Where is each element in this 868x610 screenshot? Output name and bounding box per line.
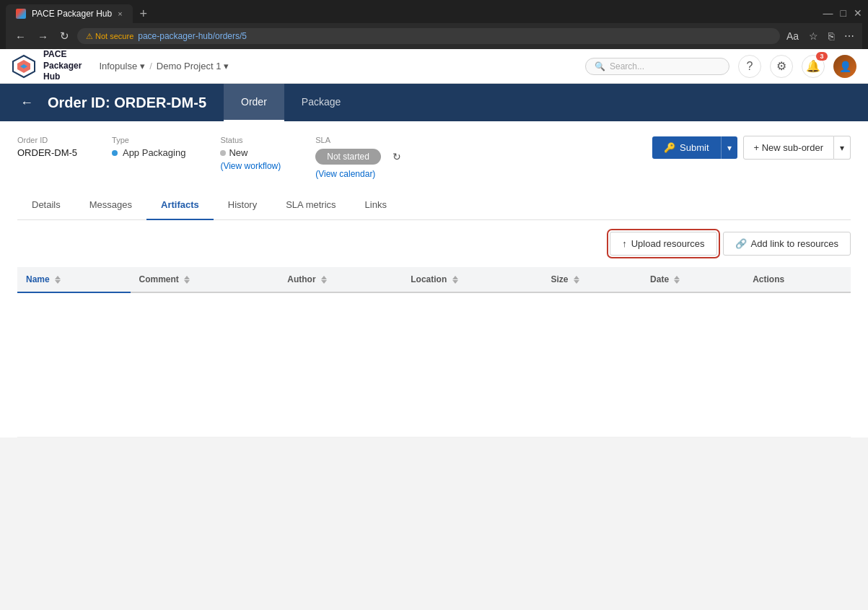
tab-sla-metrics[interactable]: SLA metrics xyxy=(271,191,350,220)
tab-details[interactable]: Details xyxy=(17,191,75,220)
breadcrumb: Infopulse ▾ / Demo Project 1 ▾ xyxy=(99,61,229,71)
col-name[interactable]: Name xyxy=(17,267,131,292)
view-workflow-link[interactable]: (View workflow) xyxy=(220,161,281,171)
tab-artifacts[interactable]: Artifacts xyxy=(146,191,214,220)
status-label: Status xyxy=(220,136,281,144)
read-mode-icon[interactable]: Aa xyxy=(784,28,801,44)
address-bar[interactable]: ⚠ Not secure pace-packager-hub/orders/5 xyxy=(77,28,780,44)
collections-icon[interactable]: ⎘ xyxy=(826,28,836,44)
col-location[interactable]: Location xyxy=(402,267,542,292)
meta-type: Type App Packaging xyxy=(112,136,185,158)
page-tabs: Order Package xyxy=(224,84,358,121)
window-minimize[interactable]: — xyxy=(823,7,833,19)
col-size[interactable]: Size xyxy=(542,267,641,292)
search-placeholder: Search... xyxy=(610,61,644,71)
user-avatar[interactable]: 👤 xyxy=(833,55,856,78)
new-suborder-dropdown-btn[interactable]: ▾ xyxy=(834,136,851,160)
link-icon: 🔗 xyxy=(735,238,747,249)
col-comment[interactable]: Comment xyxy=(131,267,279,292)
order-id-value: ORDER-DM-5 xyxy=(17,147,77,158)
tab-messages[interactable]: Messages xyxy=(75,191,146,220)
sla-label: SLA xyxy=(315,136,401,144)
table-header: Name Comment Author xyxy=(17,267,851,292)
logo-line1: PACE xyxy=(43,49,82,61)
meta-order-id: Order ID ORDER-DM-5 xyxy=(17,136,77,158)
empty-state-cell xyxy=(17,292,851,437)
nav-refresh-btn[interactable]: ↻ xyxy=(56,27,73,45)
upload-resources-button[interactable]: ↑ Upload resources xyxy=(610,232,716,256)
breadcrumb-separator: / xyxy=(149,61,152,71)
sort-icon-comment xyxy=(184,276,190,284)
window-close[interactable]: ✕ xyxy=(854,7,862,19)
active-tab[interactable]: PACE Packager Hub × xyxy=(6,4,133,23)
submit-dropdown-btn[interactable]: ▾ xyxy=(721,136,737,159)
sort-icon-name xyxy=(55,276,61,284)
tab-favicon xyxy=(16,9,26,19)
sort-icon-size xyxy=(574,276,579,284)
col-date[interactable]: Date xyxy=(641,267,744,292)
breadcrumb-project[interactable]: Demo Project 1 ▾ xyxy=(157,61,229,71)
sort-icon-location xyxy=(452,276,458,284)
tab-label: PACE Packager Hub xyxy=(32,9,112,19)
tab-close-btn[interactable]: × xyxy=(118,9,122,18)
app-logo: PACE Packager Hub xyxy=(12,49,82,83)
submit-key-icon: 🔑 xyxy=(664,142,675,153)
logo-line3: Hub xyxy=(43,71,82,83)
submit-group: 🔑 Submit ▾ xyxy=(652,136,737,159)
type-dot xyxy=(112,150,118,156)
status-value: New xyxy=(220,147,281,158)
page-tab-order[interactable]: Order xyxy=(224,84,284,121)
browser-menu-icon[interactable]: ⋯ xyxy=(842,28,856,44)
table-body xyxy=(17,292,851,437)
help-btn[interactable]: ? xyxy=(738,55,761,78)
sort-up-arrow xyxy=(55,276,61,279)
meta-status: Status New (View workflow) xyxy=(220,136,281,171)
header-right: 🔍 Search... ? ⚙ 🔔 3 👤 xyxy=(585,55,856,78)
nav-back-btn[interactable]: ← xyxy=(12,28,30,45)
help-icon: ? xyxy=(747,60,753,73)
table-header-row: Name Comment Author xyxy=(17,267,851,292)
content-tabs: Details Messages Artifacts History SLA m… xyxy=(17,191,851,220)
tab-links[interactable]: Links xyxy=(351,191,401,220)
notification-badge: 3 xyxy=(816,52,828,61)
submit-button[interactable]: 🔑 Submit xyxy=(652,136,720,159)
browser-tabs: PACE Packager Hub × + — □ ✕ xyxy=(6,4,862,23)
settings-btn[interactable]: ⚙ xyxy=(770,55,793,78)
content-area: Order ID ORDER-DM-5 Type App Packaging S… xyxy=(0,121,868,437)
logo-icon xyxy=(12,54,36,79)
status-dot xyxy=(220,150,226,156)
logo-text: PACE Packager Hub xyxy=(43,49,82,83)
gear-icon: ⚙ xyxy=(776,59,786,73)
sla-status-badge: Not started xyxy=(315,149,381,165)
link-btn-label: Add link to resources xyxy=(751,238,838,249)
sla-refresh-icon[interactable]: ↻ xyxy=(393,151,401,162)
type-label: Type xyxy=(112,136,185,144)
page-tab-package[interactable]: Package xyxy=(284,84,358,121)
url-prefix: pace-packager-hub xyxy=(138,31,212,41)
logo-line2: Packager xyxy=(43,61,82,72)
order-id-label: Order ID xyxy=(17,136,77,144)
browser-toolbar: ← → ↻ ⚠ Not secure pace-packager-hub/ord… xyxy=(6,23,862,49)
search-icon: 🔍 xyxy=(595,61,605,71)
notifications-btn[interactable]: 🔔 3 xyxy=(802,55,825,78)
url-display: pace-packager-hub/orders/5 xyxy=(138,31,247,41)
new-suborder-button[interactable]: + New sub-order xyxy=(743,136,834,160)
security-warning: ⚠ Not secure xyxy=(86,32,133,41)
view-calendar-link[interactable]: (View calendar) xyxy=(315,169,401,179)
favorites-icon[interactable]: ☆ xyxy=(807,28,820,44)
back-button[interactable]: ← xyxy=(17,92,36,113)
breadcrumb-org[interactable]: Infopulse ▾ xyxy=(99,61,145,71)
toolbar-icons: Aa ☆ ⎘ ⋯ xyxy=(784,28,856,44)
app-header: PACE Packager Hub Infopulse ▾ / Demo Pro… xyxy=(0,49,868,84)
new-tab-btn[interactable]: + xyxy=(134,4,154,23)
artifacts-toolbar: ↑ Upload resources 🔗 Add link to resourc… xyxy=(17,220,851,267)
tab-history[interactable]: History xyxy=(214,191,271,220)
col-author[interactable]: Author xyxy=(279,267,402,292)
window-maximize[interactable]: □ xyxy=(841,7,846,19)
meta-sla: SLA Not started ↻ (View calendar) xyxy=(315,136,401,179)
upload-btn-label: Upload resources xyxy=(631,238,705,249)
search-box[interactable]: 🔍 Search... xyxy=(585,58,729,75)
artifacts-table: Name Comment Author xyxy=(17,267,851,437)
add-link-button[interactable]: 🔗 Add link to resources xyxy=(723,232,851,256)
nav-forward-btn[interactable]: → xyxy=(34,28,52,45)
